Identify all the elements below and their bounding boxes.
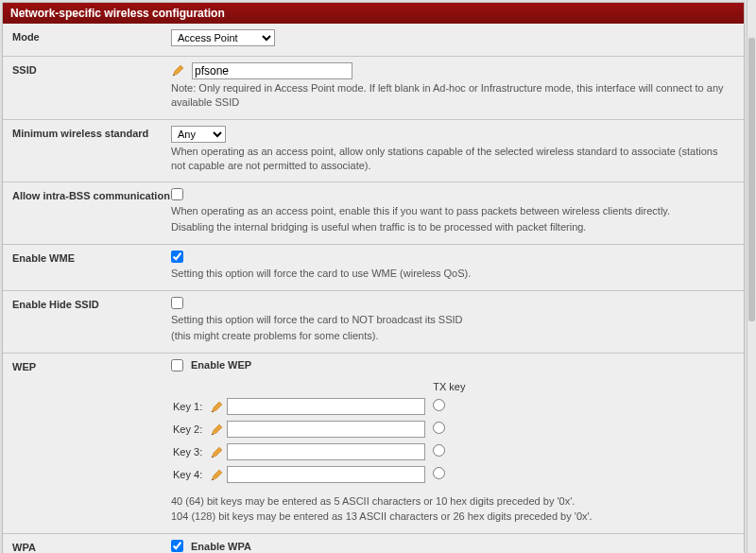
minstd-select[interactable]: Any <box>171 126 226 143</box>
wpa-label: WPA <box>12 542 36 553</box>
wep-key-table: TX key Key 1: Key 2: Key 3: <box>171 377 482 487</box>
mode-label: Mode <box>12 31 40 43</box>
row-wme: Enable WME Setting this option will forc… <box>3 245 744 291</box>
key4-label: Key 4: <box>173 464 208 485</box>
row-wep: WEP Enable WEP TX key Key 1: Key 2: <box>3 354 744 535</box>
wep-help1: 40 (64) bit keys may be entered as 5 ASC… <box>171 494 729 509</box>
panel-header: Network-specific wireless configuration <box>3 3 744 24</box>
wep-label: WEP <box>12 361 36 372</box>
txkey4-radio[interactable] <box>433 467 445 479</box>
intrabss-help1: When operating as an access point, enabl… <box>171 204 729 218</box>
row-ssid: SSID Note: Only required in Access Point… <box>3 57 744 120</box>
wpa-enable-label: Enable WPA <box>191 541 251 552</box>
key1-input[interactable] <box>227 398 425 415</box>
txkey3-radio[interactable] <box>433 444 445 457</box>
wpa-enable-checkbox[interactable] <box>171 540 183 552</box>
wme-checkbox[interactable] <box>171 251 183 263</box>
wep-help2: 104 (128) bit keys may be entered as 13 … <box>171 510 729 524</box>
key2-label: Key 2: <box>173 419 208 440</box>
pencil-icon <box>210 446 225 459</box>
svg-marker-6 <box>212 447 222 458</box>
key4-input[interactable] <box>227 466 425 483</box>
intrabss-help2: Disabling the internal bridging is usefu… <box>171 220 729 234</box>
row-minstd: Minimum wireless standard Any When opera… <box>3 120 744 183</box>
key3-input[interactable] <box>227 443 425 460</box>
wme-label: Enable WME <box>12 252 75 264</box>
hidessid-label: Enable Hide SSID <box>12 299 99 310</box>
hidessid-help2: (this might create problems for some cli… <box>171 329 729 343</box>
minstd-help: When operating as an access point, allow… <box>171 145 729 173</box>
row-mode: Mode Access Point <box>3 24 744 57</box>
ssid-note: Note: Only required in Access Point mode… <box>171 81 729 110</box>
hidessid-help1: Setting this option will force the card … <box>171 313 729 327</box>
pencil-icon <box>210 423 225 437</box>
row-intrabss: Allow intra-BSS communication When opera… <box>3 182 744 245</box>
pencil-icon <box>171 64 186 78</box>
key1-label: Key 1: <box>173 396 208 417</box>
ssid-label: SSID <box>12 64 37 76</box>
svg-marker-4 <box>212 424 222 435</box>
minstd-label: Minimum wireless standard <box>12 128 148 139</box>
hidessid-checkbox[interactable] <box>171 297 183 309</box>
ssid-input[interactable] <box>192 62 352 79</box>
key3-label: Key 3: <box>173 441 208 462</box>
svg-marker-8 <box>212 470 222 480</box>
txkey1-radio[interactable] <box>433 399 445 411</box>
pencil-icon <box>210 401 225 414</box>
svg-marker-0 <box>173 65 183 76</box>
key2-input[interactable] <box>227 421 425 438</box>
wep-enable-checkbox[interactable] <box>171 359 183 372</box>
config-panel: Network-specific wireless configuration … <box>2 2 745 553</box>
intrabss-label: Allow intra-BSS communication <box>12 190 170 201</box>
scroll-thumb[interactable] <box>748 38 755 321</box>
intrabss-checkbox[interactable] <box>171 188 183 200</box>
pencil-icon <box>210 469 225 482</box>
txkey2-radio[interactable] <box>433 422 445 434</box>
row-hidessid: Enable Hide SSID Setting this option wil… <box>3 291 744 354</box>
wme-help: Setting this option will force the card … <box>171 267 729 281</box>
svg-marker-2 <box>212 402 222 412</box>
mode-select[interactable]: Access Point <box>171 29 275 46</box>
scrollbar[interactable] <box>747 0 756 553</box>
wep-enable-label: Enable WEP <box>191 359 251 371</box>
row-wpa: WPA Enable WPA WPA Pre-Shared Key PSK: W… <box>3 534 744 553</box>
txkey-header: TX key <box>433 379 480 394</box>
